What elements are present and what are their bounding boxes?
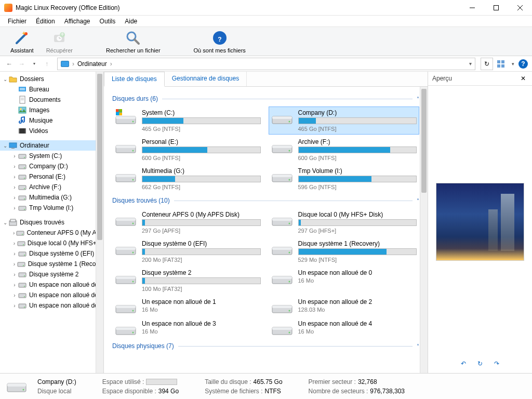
disk-item[interactable]: Personal (E:)600 Go [NTFS] bbox=[112, 136, 263, 164]
sidebar-scrollbar[interactable] bbox=[96, 72, 103, 373]
menu-view[interactable]: Affichage bbox=[60, 16, 95, 26]
disk-item[interactable]: Disque local 0 (My HFS+ Disk)297 Go [HFS… bbox=[269, 208, 420, 236]
tab-disk-manager[interactable]: Gestionnaire de disques bbox=[165, 72, 247, 86]
preview-close-button[interactable]: ✕ bbox=[518, 74, 528, 83]
sidebar-tree[interactable]: ⌄DossiersBureauDocumentsImagesMusiqueVid… bbox=[0, 72, 104, 373]
tree-item[interactable]: Bureau bbox=[0, 84, 103, 95]
maximize-button[interactable] bbox=[484, 0, 508, 16]
tree-item[interactable]: ›Multimedia (G:) bbox=[0, 192, 103, 203]
rotate-left-button[interactable]: ↶ bbox=[459, 359, 468, 368]
menu-edit[interactable]: Édition bbox=[31, 16, 60, 26]
tree-expand-icon[interactable]: ⌄ bbox=[2, 220, 8, 225]
disk-item[interactable]: Un espace non alloué de 016 Mo bbox=[269, 267, 420, 295]
help-button[interactable]: ? bbox=[518, 59, 528, 69]
address-dropdown-icon[interactable]: ▾ bbox=[469, 61, 472, 66]
tab-disk-list[interactable]: Liste de disques bbox=[104, 72, 165, 87]
tree-item[interactable]: ⌄Dossiers bbox=[0, 74, 103, 84]
disk-item[interactable]: Tmp Volume (I:)596 Go [NTFS] bbox=[269, 165, 420, 193]
assistant-button[interactable]: Assistant bbox=[4, 29, 40, 55]
disk-item[interactable]: System (C:)465 Go [NTFS] bbox=[112, 107, 263, 135]
tree-item[interactable]: Images bbox=[0, 105, 103, 115]
section-hard-disks[interactable]: Disques durs (6) ˄ bbox=[112, 95, 419, 102]
refresh-button[interactable]: ↻ bbox=[481, 58, 493, 70]
tree-expand-icon[interactable]: › bbox=[11, 241, 17, 246]
tree-item[interactable]: ›Un espace non alloué de 1 bbox=[0, 290, 103, 300]
nav-history-dropdown[interactable]: ▾ bbox=[29, 59, 39, 69]
view-mode-dropdown[interactable] bbox=[495, 59, 508, 69]
svg-rect-71 bbox=[116, 145, 136, 148]
tree-item[interactable]: ›Un espace non alloué de 0 bbox=[0, 280, 103, 290]
search-file-button[interactable]: Rechercher un fichier bbox=[100, 29, 167, 55]
nav-back-button[interactable]: ← bbox=[4, 59, 15, 69]
nav-forward-button[interactable]: → bbox=[17, 59, 27, 69]
disk-item[interactable]: Un espace non alloué de 2128.03 Mo bbox=[269, 296, 420, 316]
tree-expand-icon[interactable]: › bbox=[11, 164, 18, 169]
tree-expand-icon[interactable]: › bbox=[11, 292, 18, 298]
tree-item[interactable]: ›Disque local 0 (My HFS+ Disk) bbox=[0, 238, 103, 248]
hdd-icon bbox=[271, 211, 293, 227]
tree-item[interactable]: Documents bbox=[0, 95, 103, 105]
tree-expand-icon[interactable]: › bbox=[11, 282, 18, 288]
svg-rect-110 bbox=[272, 327, 292, 330]
recover-button[interactable]: + Récupérer bbox=[40, 29, 79, 55]
disk-item[interactable]: Disque système 1 (Recovery)529 Mo [NTFS] bbox=[269, 237, 420, 265]
tree-expand-icon[interactable]: › bbox=[11, 184, 18, 190]
tree-item[interactable]: ›System (C:) bbox=[0, 151, 103, 161]
rotate-right-button[interactable]: ↷ bbox=[492, 359, 501, 368]
tree-item[interactable]: ⌄Disques trouvés bbox=[0, 217, 103, 228]
close-button[interactable] bbox=[508, 0, 532, 16]
question-icon: ? bbox=[211, 30, 228, 46]
chevron-down-icon[interactable]: ▾ bbox=[512, 61, 514, 66]
disk-item[interactable]: Un espace non alloué de 116 Mo bbox=[112, 296, 263, 316]
refresh-preview-button[interactable]: ↻ bbox=[475, 359, 485, 368]
tree-item[interactable]: ›Tmp Volume (I:) bbox=[0, 203, 103, 213]
section-physical-disks[interactable]: Disques physiques (7) ˄ bbox=[112, 342, 419, 350]
disk-item[interactable]: Company (D:)465 Go [NTFS] bbox=[269, 107, 420, 135]
tree-item[interactable]: ›Company (D:) bbox=[0, 161, 103, 171]
tree-expand-icon[interactable]: › bbox=[11, 205, 18, 211]
tree-item[interactable]: ›Disque système 1 (Recovery) bbox=[0, 259, 103, 269]
disk-item[interactable]: Disque système 0 (EFI)200 Mo [FAT32] bbox=[112, 237, 263, 265]
tree-item[interactable]: ›Un espace non alloué de 2 bbox=[0, 300, 103, 311]
tree-expand-icon[interactable]: › bbox=[11, 174, 18, 180]
breadcrumb-location[interactable]: Ordinateur bbox=[77, 60, 107, 68]
tree-expand-icon[interactable]: ⌄ bbox=[2, 143, 8, 149]
chevron-up-icon[interactable]: ˄ bbox=[417, 96, 419, 102]
minimize-button[interactable] bbox=[460, 0, 484, 16]
address-bar[interactable]: › Ordinateur › ▾ bbox=[57, 58, 475, 70]
tree-item[interactable]: ›Personal (E:) bbox=[0, 171, 103, 182]
disk-item[interactable]: Multimedia (G:)662 Go [NTFS] bbox=[112, 165, 263, 193]
disk-item[interactable]: Archive (F:)600 Go [NTFS] bbox=[269, 136, 420, 164]
tree-item[interactable]: ›Conteneur APFS 0 (My APFS Disk) bbox=[0, 228, 103, 238]
tree-expand-icon[interactable]: › bbox=[11, 251, 18, 257]
tree-expand-icon[interactable]: › bbox=[11, 153, 18, 159]
menu-file[interactable]: Fichier bbox=[3, 16, 31, 26]
disk-list-scrollbar[interactable] bbox=[420, 87, 428, 373]
disk-usage-bar bbox=[298, 147, 417, 153]
tree-expand-icon[interactable]: › bbox=[11, 261, 17, 267]
tree-item[interactable]: ›Archive (F:) bbox=[0, 182, 103, 192]
tree-item[interactable]: Vidéos bbox=[0, 126, 103, 136]
disk-item[interactable]: Disque système 2100 Mo [FAT32] bbox=[112, 267, 263, 295]
nav-up-button[interactable]: ↑ bbox=[42, 59, 52, 69]
menu-tools[interactable]: Outils bbox=[95, 16, 121, 26]
tree-expand-icon[interactable]: › bbox=[11, 303, 18, 309]
where-files-button[interactable]: ? Où sont mes fichiers bbox=[188, 29, 252, 55]
tree-expand-icon[interactable]: › bbox=[11, 230, 16, 236]
tree-expand-icon[interactable]: ⌄ bbox=[2, 76, 8, 82]
chevron-up-icon[interactable]: ˄ bbox=[417, 198, 419, 204]
tree-expand-icon[interactable]: › bbox=[11, 272, 18, 277]
tree-expand-icon[interactable]: › bbox=[11, 195, 18, 201]
hdd-icon bbox=[115, 320, 137, 336]
disk-item[interactable]: Un espace non alloué de 316 Mo bbox=[112, 317, 263, 338]
menu-help[interactable]: Aide bbox=[120, 16, 142, 26]
tree-item[interactable]: ›Disque système 2 bbox=[0, 269, 103, 280]
section-found-disks[interactable]: Disques trouvés (10) ˄ bbox=[112, 197, 419, 204]
svg-point-102 bbox=[132, 310, 134, 312]
disk-item[interactable]: Un espace non alloué de 416 Mo bbox=[269, 317, 420, 338]
disk-item[interactable]: Conteneur APFS 0 (My APFS Disk)297 Go [A… bbox=[112, 208, 263, 236]
tree-item[interactable]: Musique bbox=[0, 115, 103, 126]
tree-item[interactable]: ⌄Ordinateur bbox=[0, 140, 103, 151]
chevron-up-icon[interactable]: ˄ bbox=[417, 343, 419, 349]
tree-item[interactable]: ›Disque système 0 (EFI) bbox=[0, 248, 103, 259]
